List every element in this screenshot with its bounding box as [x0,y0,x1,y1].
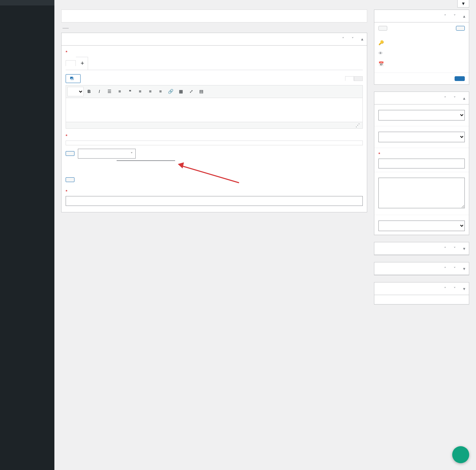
bold-icon[interactable]: B [84,87,94,96]
select-attachments-button[interactable] [66,151,74,156]
move-up-icon[interactable]: ˄ [440,262,450,275]
numbered-list-icon[interactable]: ≡ [115,87,124,96]
sort-dropdown-open [117,160,175,161]
save-draft-button[interactable] [378,26,387,31]
publish-postbox: ˄˅▴ 🔑 👁 📅 [374,10,469,85]
move-up-icon[interactable]: ˄ [338,33,348,45]
add-media-button[interactable] [66,74,81,83]
scene-tab-0[interactable] [66,60,76,66]
add-scene-button[interactable]: + [76,57,88,70]
align-right-icon[interactable]: ≡ [156,87,165,96]
image-sequence-grid [66,141,363,145]
text-tab[interactable] [354,76,363,81]
publish-button[interactable] [455,76,465,81]
svg-line-0 [181,166,239,183]
preview-button[interactable] [456,26,465,31]
scrollsequence-box-title [62,36,70,43]
add-animation-button[interactable] [66,177,74,182]
sort-select[interactable] [78,149,136,159]
custom-post-postbox: ˄˅▾ [374,282,469,305]
image-width-select[interactable] [378,132,465,142]
toggle-panel-icon[interactable]: ▾ [459,262,469,275]
italic-icon[interactable]: I [95,87,104,96]
admin-sidebar [0,0,54,470]
toggle-panel-icon[interactable]: ▾ [459,282,469,295]
toggle-panel-icon[interactable]: ▾ [459,242,469,255]
link-icon[interactable]: 🔗 [166,87,175,96]
eye-icon: 👁 [378,51,384,56]
toggle-panel-icon[interactable]: ▴ [459,10,469,22]
move-down-icon[interactable]: ˅ [348,33,357,45]
move-down-icon[interactable]: ˅ [450,282,459,295]
resize-handle-icon[interactable]: ⋰ [356,123,360,128]
move-up-icon[interactable]: ˄ [440,242,450,255]
align-left-icon[interactable]: ≡ [135,87,145,96]
move-up-icon[interactable]: ˄ [440,92,450,104]
move-down-icon[interactable]: ˅ [450,262,459,275]
move-up-icon[interactable]: ˄ [440,10,450,22]
more-icon[interactable]: ▦ [176,87,186,96]
help-button[interactable] [452,446,469,463]
show-dev-select[interactable] [378,221,465,231]
bullet-list-icon[interactable]: ☰ [105,87,114,96]
visual-tab[interactable] [345,76,354,81]
astra-postbox: ˄˅▾ [374,262,469,275]
move-down-icon[interactable]: ˅ [450,10,459,22]
scrollsequence-submenu [0,0,54,5]
custom-css-textarea[interactable] [378,178,465,208]
scroll-delay-select[interactable] [378,110,465,120]
settings-postbox: ˄˅▴ * [374,92,469,235]
post-title-input[interactable] [61,10,367,22]
move-up-icon[interactable]: ˄ [440,282,450,295]
arrow-annotation-icon [178,162,246,190]
quote-icon[interactable]: ❝ [125,87,135,96]
permalink-row [61,24,367,29]
page-title [61,0,469,4]
align-center-icon[interactable]: ≡ [146,87,155,96]
content-editor[interactable]: ⋰ [66,98,363,129]
key-icon: 🔑 [378,40,384,45]
image-duration-input[interactable] [66,196,363,206]
calendar-icon: 📅 [378,61,384,66]
toolbar-toggle-icon[interactable]: ▤ [197,87,206,96]
editor-toolbar: B I ☰ ≡ ❝ ≡ ≡ ≡ 🔗 ▦ ⤢ ▤ [66,85,363,98]
toggle-panel-icon[interactable]: ▴ [357,33,367,45]
screen-options-button[interactable]: ▼ [457,0,469,7]
permalink-edit-button[interactable] [63,28,69,29]
toggle-panel-icon[interactable]: ▴ [459,92,469,104]
fullscreen-icon[interactable]: ⤢ [186,87,196,96]
move-down-icon[interactable]: ˅ [450,92,459,104]
image-opacity-input[interactable] [378,159,465,168]
move-down-icon[interactable]: ˅ [450,242,459,255]
svg-marker-1 [178,162,184,168]
main-content: ▼ ˄ ˅ ▴ [54,0,476,470]
paragraph-select[interactable] [67,87,84,96]
format-postbox: ˄˅▾ [374,242,469,255]
scrollsequence-postbox: ˄ ˅ ▴ * + [61,33,367,212]
